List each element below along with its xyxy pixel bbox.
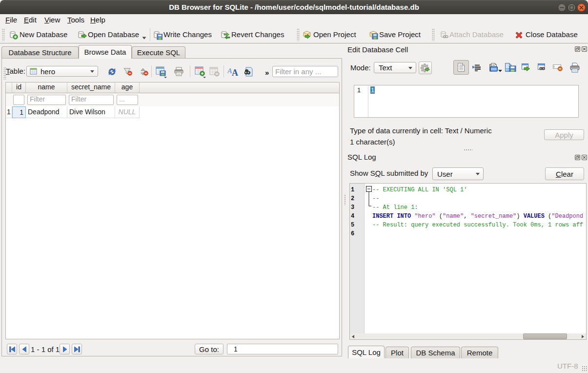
svg-text:A: A — [232, 68, 238, 77]
